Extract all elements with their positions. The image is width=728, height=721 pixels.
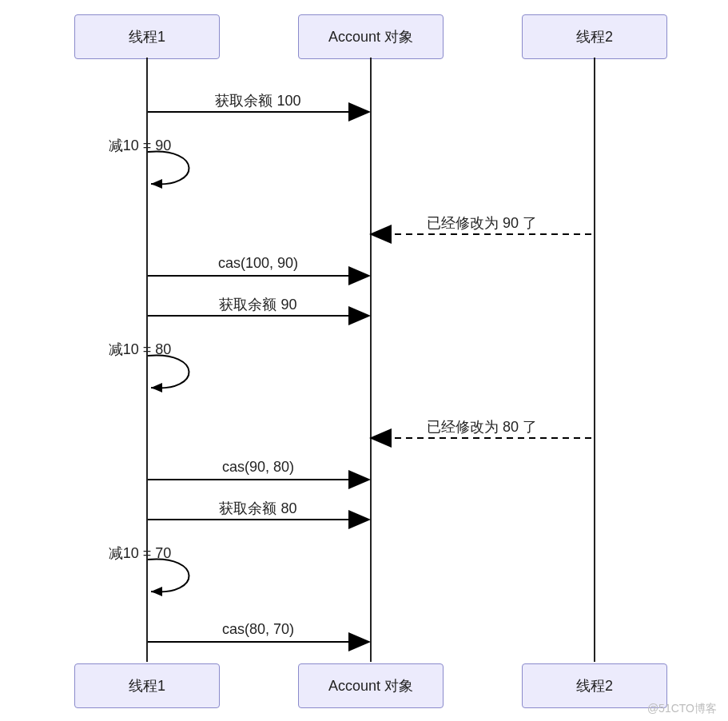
self-message-label: 减10 = 90	[109, 136, 172, 155]
message-label: 已经修改为 80 了	[427, 417, 537, 436]
message-label: cas(80, 70)	[222, 621, 294, 638]
self-message-label: 减10 = 70	[109, 544, 172, 563]
message-label: cas(100, 90)	[218, 255, 298, 272]
watermark-text: @51CTO博客	[647, 702, 717, 716]
message-label: 获取余额 100	[215, 91, 300, 110]
sequence-diagram: 线程1 Account 对象 线程2 线程1 Account 对象 线程2 获取…	[0, 0, 728, 721]
message-label: 获取余额 80	[219, 499, 296, 518]
arrows-layer	[0, 0, 728, 721]
self-message-label: 减10 = 80	[109, 340, 172, 359]
message-label: cas(90, 80)	[222, 459, 294, 476]
message-label: 已经修改为 90 了	[427, 213, 537, 233]
message-label: 获取余额 90	[219, 295, 296, 314]
